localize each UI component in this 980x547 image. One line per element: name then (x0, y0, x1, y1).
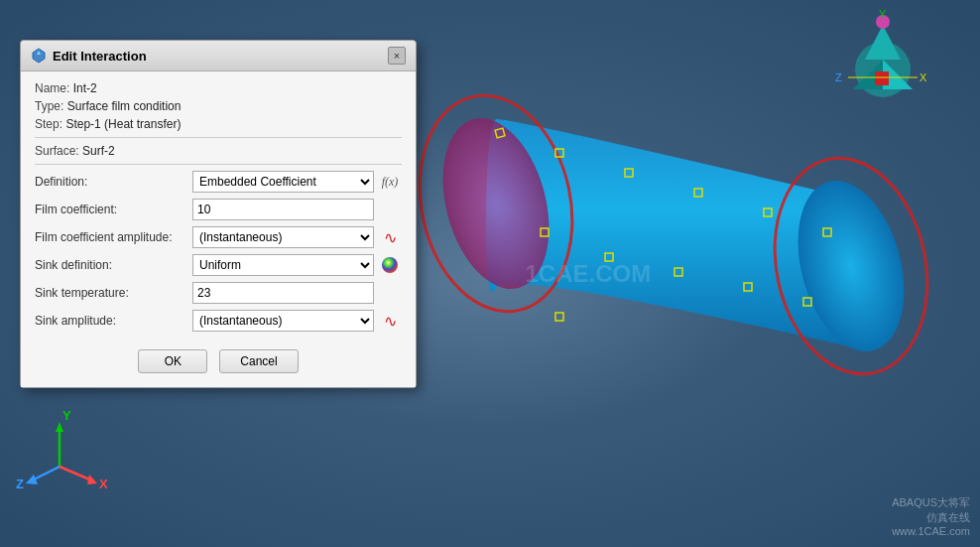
step-label: Step: (35, 117, 62, 131)
sink-def-control: Uniform (192, 254, 374, 276)
film-amp-control: (Instantaneous) (192, 226, 374, 248)
definition-label: Definition: (35, 175, 188, 189)
step-row: Step: Step-1 (Heat transfer) (35, 117, 402, 131)
definition-row: Definition: Embedded Coefficient f(x) (35, 171, 402, 193)
film-coeff-row: Film coefficient: (35, 199, 402, 220)
sink-temp-spacer (378, 282, 402, 304)
svg-text:Z: Z (16, 477, 24, 491)
sink-amp-wave-icon[interactable]: ∿ (378, 310, 402, 332)
dialog-body: Name: Int-2 Type: Surface film condition… (21, 71, 416, 387)
film-coeff-input[interactable] (192, 199, 374, 220)
sink-def-row: Sink definition: Uniform (35, 254, 402, 276)
svg-text:Y: Y (62, 408, 71, 423)
orientation-widget-group: X Z Y (835, 8, 927, 97)
color-sphere-icon[interactable] (378, 254, 402, 276)
sink-temp-row: Sink temperature: (35, 282, 402, 304)
sink-temp-control (192, 282, 374, 304)
sink-amp-select[interactable]: (Instantaneous) (192, 310, 374, 332)
sink-amp-control: (Instantaneous) (192, 310, 374, 332)
svg-marker-17 (56, 422, 63, 432)
divider-1 (35, 137, 402, 138)
button-row: OK Cancel (35, 342, 402, 377)
film-amp-wave-icon[interactable]: ∿ (378, 226, 402, 248)
sink-temp-label: Sink temperature: (35, 286, 188, 300)
definition-select[interactable]: Embedded Coefficient (192, 171, 374, 193)
sink-temp-input[interactable] (192, 282, 374, 304)
sink-amp-label: Sink amplitude: (35, 314, 188, 328)
name-label: Name: (35, 81, 69, 95)
film-coeff-control (192, 199, 374, 220)
axis-indicator-group: Y Z X (16, 408, 108, 491)
surface-row: Surface: Surf-2 (35, 144, 402, 158)
film-amp-label: Film coefficient amplitude: (35, 230, 188, 244)
dialog-close-button[interactable]: × (388, 47, 406, 65)
dialog-title-text: Edit Interaction (53, 49, 147, 64)
name-row: Name: Int-2 (35, 81, 402, 95)
svg-text:X: X (99, 477, 108, 491)
definition-control: Embedded Coefficient (192, 171, 374, 193)
type-label: Type: (35, 99, 63, 113)
svg-point-37 (382, 257, 398, 273)
svg-text:Z: Z (835, 71, 842, 83)
film-amp-select[interactable]: (Instantaneous) (192, 226, 374, 248)
fx-icon[interactable]: f(x) (378, 171, 402, 193)
type-value: Surface film condition (67, 99, 182, 113)
watermark-bottom: ABAQUS大将军 仿真在线 www.1CAE.com (892, 495, 970, 537)
svg-marker-23 (87, 475, 97, 484)
svg-text:X: X (919, 71, 927, 83)
sink-def-label: Sink definition: (35, 258, 188, 272)
sink-def-select[interactable]: Uniform (192, 254, 374, 276)
cancel-button[interactable]: Cancel (219, 349, 298, 373)
svg-text:Y: Y (879, 8, 887, 20)
edit-interaction-dialog: Edit Interaction × Name: Int-2 Type: Sur… (20, 40, 417, 388)
name-value: Int-2 (73, 81, 97, 95)
dialog-title-icon (31, 48, 47, 64)
svg-rect-15 (555, 313, 563, 321)
sink-amp-row: Sink amplitude: (Instantaneous) ∿ (35, 310, 402, 332)
surface-label: Surface: (35, 144, 79, 158)
film-coeff-spacer (378, 199, 402, 220)
divider-2 (35, 164, 402, 165)
svg-marker-26 (865, 25, 901, 60)
ok-button[interactable]: OK (138, 349, 207, 373)
step-value: Step-1 (Heat transfer) (65, 117, 181, 131)
svg-rect-30 (875, 71, 889, 85)
type-row: Type: Surface film condition (35, 99, 402, 113)
dialog-titlebar: Edit Interaction × (21, 41, 416, 71)
film-coeff-label: Film coefficient: (35, 203, 188, 216)
surface-value: Surf-2 (82, 144, 115, 158)
film-amp-row: Film coefficient amplitude: (Instantaneo… (35, 226, 402, 248)
